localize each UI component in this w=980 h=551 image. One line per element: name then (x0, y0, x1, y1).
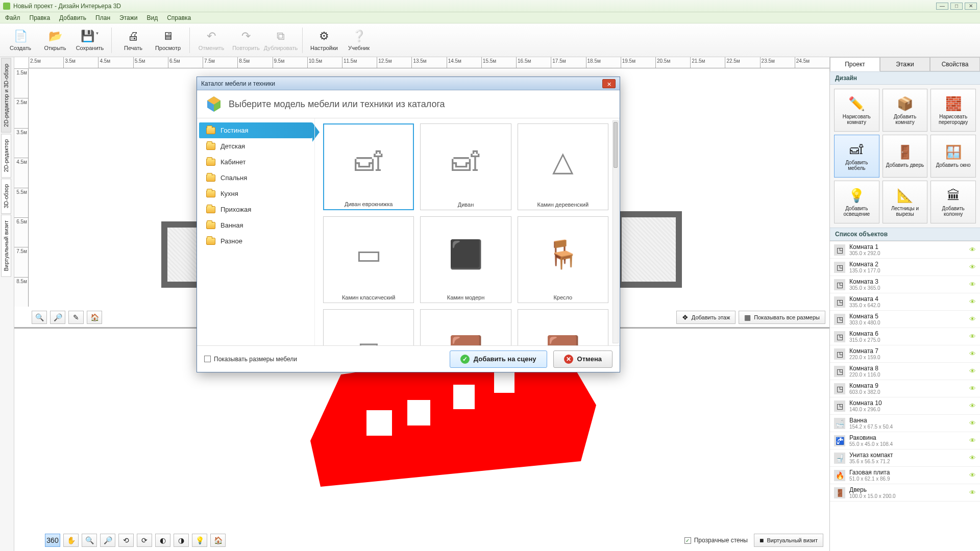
pan-button[interactable]: ✋ (63, 534, 79, 547)
catalog-item[interactable]: ⬛Камин модерн (420, 216, 511, 303)
design-tool-button[interactable]: 📐Лестницы и вырезы (883, 181, 928, 223)
catalog-item[interactable]: △Камин деревенский (518, 123, 608, 210)
visibility-icon[interactable]: 👁 (969, 315, 976, 323)
menu-item[interactable]: Вид (146, 14, 158, 21)
object-list-row[interactable]: ◳Комната 1305.0 x 292.0👁 (830, 241, 980, 259)
show-dimensions-button[interactable]: ▦Показывать все размеры (739, 311, 825, 324)
item-grid-scrollbar[interactable] (612, 120, 619, 343)
menu-item[interactable]: Справка (167, 14, 191, 21)
close-button[interactable]: ✕ (965, 3, 977, 10)
visibility-icon[interactable]: 👁 (969, 263, 976, 271)
category-item[interactable]: Гостиная (199, 122, 312, 138)
tilt-up-button[interactable]: ◐ (155, 534, 170, 547)
category-item[interactable]: Спальня (199, 170, 312, 186)
zoom-in-3d-button[interactable]: 🔎 (100, 534, 115, 547)
toolbar-button[interactable]: 📄Создать (5, 26, 36, 55)
catalog-item[interactable]: 🟫 (420, 309, 511, 345)
toolbar-button[interactable]: ❔Учебник (344, 26, 374, 55)
design-tool-button[interactable]: ✏️Нарисовать комнату (834, 89, 879, 132)
visibility-icon[interactable]: 👁 (969, 402, 976, 410)
visibility-icon[interactable]: 👁 (969, 471, 976, 479)
object-list-row[interactable]: ◳Комната 5303.0 x 480.0👁 (830, 311, 980, 328)
visibility-icon[interactable]: 👁 (969, 419, 976, 427)
menu-item[interactable]: Добавить (59, 14, 86, 21)
visibility-icon[interactable]: 👁 (969, 350, 976, 358)
menu-item[interactable]: План (95, 14, 110, 21)
view-tab[interactable]: 3D-обзор (1, 179, 11, 214)
object-list-row[interactable]: ◳Комната 4335.0 x 642.0👁 (830, 293, 980, 311)
object-list-row[interactable]: 🛁Ванна154.2 x 67.5 x 50.4👁 (830, 415, 980, 432)
object-list-row[interactable]: ◳Комната 3305.0 x 365.0👁 (830, 276, 980, 293)
design-tool-button[interactable]: 🪟Добавить окно (930, 135, 976, 178)
object-list-row[interactable]: 🚪Дверь100.0 x 15.0 x 200.0👁 (830, 484, 980, 502)
catalog-item[interactable]: 🛋Диван еврокнижка (323, 123, 414, 210)
zoom-in-button[interactable]: 🔎 (50, 311, 65, 324)
object-list-row[interactable]: ◳Комната 7220.0 x 159.0👁 (830, 345, 980, 363)
panel-tab[interactable]: Этажи (880, 57, 930, 71)
catalog-item[interactable]: 🟫 (518, 309, 608, 345)
category-item[interactable]: Детская (199, 138, 312, 154)
dialog-titlebar[interactable]: Каталог мебели и техники ✕ (197, 77, 620, 90)
object-list-row[interactable]: ◳Комната 2135.0 x 177.0👁 (830, 259, 980, 276)
home-view-button[interactable]: 🏠 (87, 311, 102, 324)
visibility-icon[interactable]: 👁 (969, 367, 976, 375)
visibility-icon[interactable]: 👁 (969, 454, 976, 462)
design-tool-button[interactable]: 🛋Добавить мебель (834, 135, 879, 178)
view-tab[interactable]: 2D-редактор (1, 134, 11, 178)
menu-item[interactable]: Этажи (119, 14, 137, 21)
rotate-left-button[interactable]: ⟲ (118, 534, 134, 547)
add-to-scene-button[interactable]: ✓Добавить на сцену (450, 350, 547, 368)
view-tab[interactable]: Виртуальный визит (1, 215, 11, 277)
design-tool-button[interactable]: 📦Добавить комнату (883, 89, 928, 132)
design-tool-button[interactable]: 🧱Нарисовать перегородку (930, 89, 976, 132)
home-3d-button[interactable]: 🏠 (210, 534, 226, 547)
cancel-button[interactable]: ✕Отмена (553, 350, 612, 368)
design-tool-button[interactable]: 🚪Добавить дверь (883, 135, 928, 178)
category-item[interactable]: Кабинет (199, 154, 312, 170)
add-floor-button[interactable]: ❖Добавить этаж (676, 311, 736, 324)
objects-list[interactable]: ◳Комната 1305.0 x 292.0👁◳Комната 2135.0 … (830, 241, 980, 551)
menu-item[interactable]: Правка (30, 14, 51, 21)
visibility-icon[interactable]: 👁 (969, 489, 976, 496)
toolbar-button[interactable]: ⚙Настройки (309, 26, 339, 55)
object-list-row[interactable]: ◳Комната 10140.0 x 296.0👁 (830, 397, 980, 415)
category-item[interactable]: Разное (199, 233, 312, 249)
item-grid[interactable]: 🛋Диван еврокнижка🛋Диван△Камин деревенски… (320, 118, 611, 345)
object-list-row[interactable]: ◳Комната 9603.0 x 382.0👁 (830, 380, 980, 397)
panel-tab[interactable]: Проект (830, 57, 880, 71)
virtual-visit-button[interactable]: ■Виртуальный визит (754, 534, 823, 547)
visibility-icon[interactable]: 👁 (969, 333, 976, 340)
object-list-row[interactable]: 🚽Унитаз компакт35.6 x 56.5 x 71.2👁 (830, 449, 980, 467)
design-tool-button[interactable]: 💡Добавить освещение (834, 181, 879, 223)
object-list-row[interactable]: ◳Комната 8220.0 x 116.0👁 (830, 363, 980, 380)
visibility-icon[interactable]: 👁 (969, 281, 976, 288)
light-button[interactable]: 💡 (192, 534, 207, 547)
menu-item[interactable]: Файл (5, 14, 20, 21)
scrollbar-thumb[interactable] (614, 122, 618, 168)
object-list-row[interactable]: 🚰Раковина55.0 x 45.0 x 108.4👁 (830, 432, 980, 449)
maximize-button[interactable]: □ (950, 3, 963, 10)
category-item[interactable]: Прихожая (199, 202, 312, 217)
transparent-walls-checkbox[interactable]: ✓Прозрачные стены (684, 537, 748, 544)
view-tab[interactable]: 2D-редактор и 3D-обзор (1, 58, 11, 133)
panel-tab[interactable]: Свойства (930, 57, 980, 71)
visibility-icon[interactable]: 👁 (969, 385, 976, 392)
category-item[interactable]: Кухня (199, 186, 312, 202)
catalog-item[interactable]: ▭Камин классический (323, 216, 414, 303)
measure-button[interactable]: ✎ (68, 311, 84, 324)
rotate-right-button[interactable]: ⟳ (137, 534, 152, 547)
show-furniture-sizes-checkbox[interactable]: ✓Показывать размеры мебели (204, 356, 297, 363)
visibility-icon[interactable]: 👁 (969, 246, 976, 254)
object-list-row[interactable]: 🔥Газовая плита51.0 x 62.1 x 86.9👁 (830, 467, 980, 484)
tilt-down-button[interactable]: ◑ (174, 534, 189, 547)
category-item[interactable]: Ванная (199, 217, 312, 233)
orbit-button[interactable]: 360 (45, 534, 60, 547)
visibility-icon[interactable]: 👁 (969, 437, 976, 444)
toolbar-button[interactable]: 💾▼Сохранить (75, 26, 105, 55)
zoom-out-3d-button[interactable]: 🔍 (82, 534, 97, 547)
toolbar-button[interactable]: 🖥Просмотр (153, 26, 183, 55)
catalog-item[interactable]: ◻ (323, 309, 414, 345)
dialog-close-button[interactable]: ✕ (602, 79, 616, 88)
zoom-out-button[interactable]: 🔍 (32, 311, 47, 324)
catalog-item[interactable]: 🪑Кресло (518, 216, 608, 303)
